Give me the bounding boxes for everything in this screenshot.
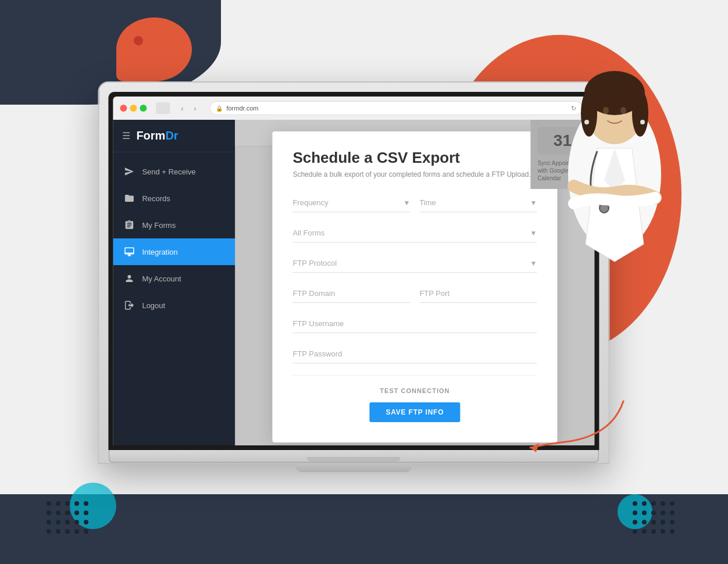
sidebar-item-label: My Forms — [142, 221, 176, 230]
svg-point-7 — [620, 107, 626, 114]
svg-point-6 — [603, 107, 609, 114]
svg-point-5 — [632, 90, 648, 137]
logout-icon — [123, 299, 135, 311]
back-button[interactable]: ‹ — [177, 103, 187, 113]
deco-tag-dot — [134, 36, 143, 45]
ftp-protocol-group: ▼ — [292, 254, 537, 273]
svg-point-4 — [581, 90, 597, 137]
url-text: formdr.com — [226, 105, 258, 112]
ftp-domain-input[interactable] — [292, 284, 410, 303]
arrow-decoration — [519, 390, 635, 459]
ftp-username-input[interactable] — [292, 315, 537, 333]
doctor-figure — [539, 58, 690, 291]
save-ftp-button[interactable]: SAVE FTP INFO — [369, 402, 460, 422]
ftp-port-group — [419, 284, 537, 303]
sidebar-item-logout[interactable]: Logout — [113, 292, 235, 319]
laptop-stand — [295, 464, 412, 472]
sidebar: ☰ FormDr Send + Receive — [113, 120, 235, 445]
logo-form: Form — [136, 129, 165, 142]
sidebar-item-my-forms[interactable]: My Forms — [113, 212, 235, 238]
all-forms-input[interactable] — [292, 224, 537, 242]
frequency-group: ▼ — [292, 194, 410, 212]
sidebar-item-my-account[interactable]: My Account — [113, 265, 235, 292]
sidebar-item-label: Integration — [142, 248, 177, 256]
hamburger-icon[interactable]: ☰ — [122, 130, 130, 141]
sidebar-item-send-receive[interactable]: Send + Receive — [113, 158, 235, 185]
frequency-input[interactable] — [292, 194, 410, 212]
forward-button[interactable]: › — [190, 103, 200, 113]
logo-dr: Dr — [165, 129, 178, 142]
ftp-password-group — [292, 345, 537, 363]
ftp-password-input[interactable] — [292, 345, 537, 363]
sidebar-header: ☰ FormDr — [113, 120, 235, 152]
time-group: ▼ — [419, 194, 537, 212]
browser-nav: ‹ › — [177, 103, 200, 113]
logo: FormDr — [136, 129, 178, 142]
my-account-icon — [123, 273, 135, 284]
maximize-button[interactable] — [140, 105, 147, 112]
svg-marker-0 — [530, 443, 539, 452]
address-bar[interactable]: 🔒 formdr.com ↻ — [209, 101, 583, 115]
integration-icon — [123, 246, 135, 258]
browser-chrome: ‹ › 🔒 formdr.com ↻ — [113, 97, 594, 120]
svg-point-10 — [640, 120, 645, 124]
sidebar-navigation: Send + Receive Records — [113, 152, 235, 324]
sidebar-item-label: Send + Receive — [142, 167, 195, 176]
tab-icon — [156, 102, 170, 114]
lock-icon: 🔒 — [216, 105, 223, 112]
svg-point-9 — [584, 120, 589, 124]
ftp-port-input[interactable] — [419, 284, 537, 303]
all-forms-group: ▼ — [292, 224, 537, 242]
ftp-domain-port-row — [292, 284, 537, 303]
ftp-domain-group — [292, 284, 410, 303]
ftp-protocol-input[interactable] — [292, 254, 537, 273]
traffic-lights — [120, 105, 147, 112]
modal-title: Schedule a CSV Export — [292, 149, 537, 167]
frequency-time-row: ▼ ▼ — [292, 194, 537, 212]
send-receive-icon — [123, 166, 135, 177]
form-divider — [292, 375, 537, 376]
sidebar-item-label: My Account — [142, 274, 181, 283]
ftp-username-group — [292, 315, 537, 333]
modal-subtitle: Schedule a bulk export of your completed… — [292, 170, 537, 179]
sidebar-item-label: Logout — [142, 301, 165, 310]
records-icon — [123, 192, 135, 204]
csv-export-modal: Schedule a CSV Export Schedule a bulk ex… — [272, 131, 557, 442]
deco-dots-right — [633, 501, 676, 535]
time-input[interactable] — [419, 194, 537, 212]
deco-tag-shape — [116, 17, 192, 81]
close-button[interactable] — [120, 105, 127, 112]
my-forms-icon — [123, 219, 135, 231]
deco-dots-left — [47, 501, 90, 535]
test-connection-button[interactable]: TEST CONNECTION — [292, 387, 537, 394]
sidebar-item-label: Records — [142, 194, 170, 203]
minimize-button[interactable] — [130, 105, 137, 112]
sidebar-item-records[interactable]: Records — [113, 185, 235, 212]
sidebar-item-integration[interactable]: Integration — [113, 238, 235, 265]
